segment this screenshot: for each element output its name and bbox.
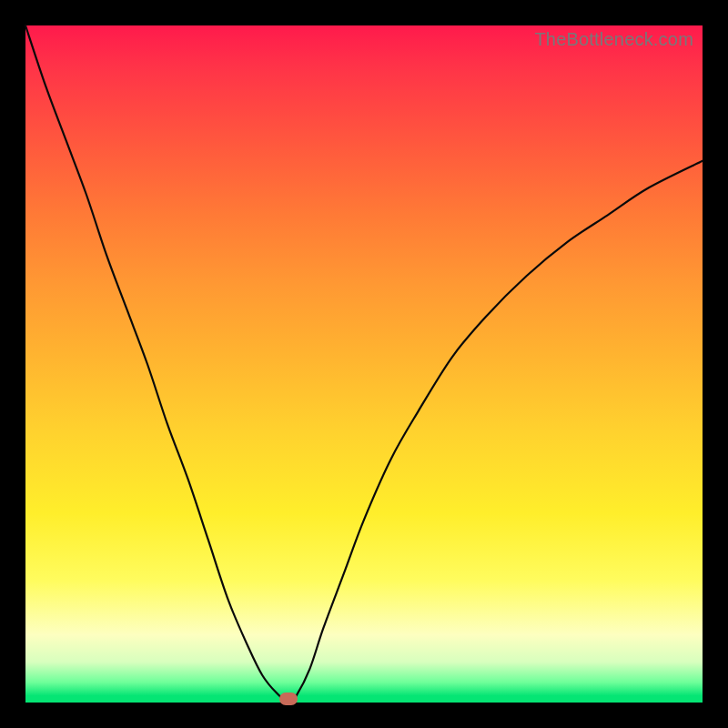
chart-stage: TheBottleneck.com	[0, 0, 728, 728]
minimum-marker	[279, 693, 298, 705]
plot-area: TheBottleneck.com	[25, 25, 703, 703]
curve-path	[25, 25, 703, 703]
curve-svg	[25, 25, 703, 703]
